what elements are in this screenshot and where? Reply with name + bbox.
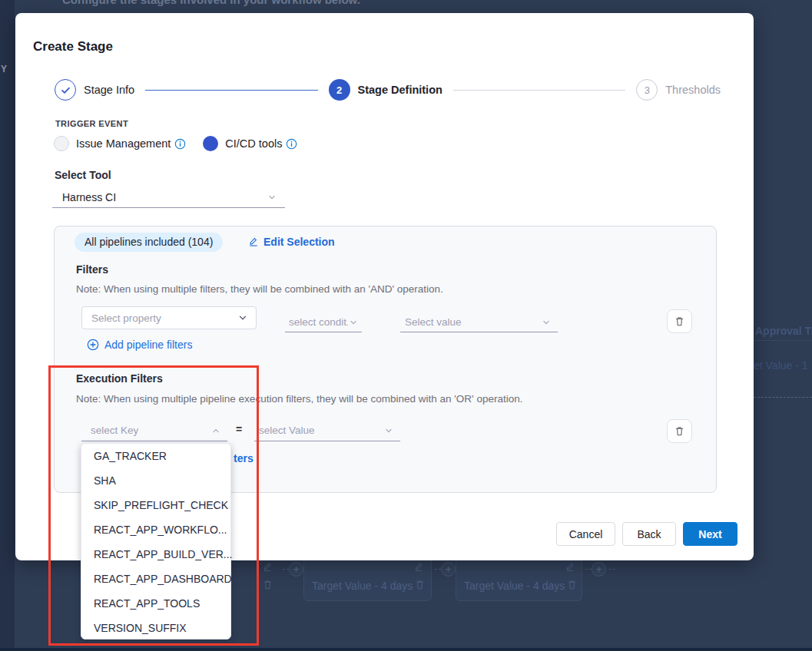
connector-dash: [585, 569, 592, 570]
trigger-event-label: TRIGGER EVENT: [55, 119, 128, 128]
connector-dash: [609, 569, 615, 570]
info-icon[interactable]: [286, 138, 297, 150]
radio-cicd-tools[interactable]: [203, 136, 218, 151]
radio-label: Issue Management: [76, 137, 171, 150]
check-icon: [60, 84, 71, 96]
cancel-button[interactable]: Cancel: [556, 522, 615, 546]
execution-filters-title: Execution Filters: [76, 372, 163, 385]
filter-value-select[interactable]: Select value: [400, 312, 558, 332]
edit-selection-link[interactable]: Edit Selection: [248, 236, 335, 248]
connector-dash: [435, 569, 441, 570]
step-label: Thresholds: [665, 84, 721, 96]
dropdown-option[interactable]: SHA: [81, 468, 230, 493]
edit-icon: [248, 236, 259, 247]
workflow-stage-card[interactable]: Target Value - 4 days: [303, 557, 432, 601]
chevron-down-icon: [348, 317, 359, 328]
select-tool-label: Select Tool: [55, 169, 111, 181]
filters-note: Note: When using multiple filters, they …: [76, 283, 443, 295]
step-circle: 2: [329, 79, 350, 101]
step-circle: 3: [636, 79, 658, 101]
execution-key-select[interactable]: select Key: [81, 420, 227, 441]
filters-title: Filters: [76, 263, 108, 276]
trash-icon[interactable]: [414, 579, 426, 590]
background-cell-fragment: et Value - 1: [754, 359, 808, 372]
delete-execution-filter-button[interactable]: [667, 419, 692, 443]
info-icon[interactable]: [174, 138, 186, 150]
execution-value-select[interactable]: select Value: [254, 420, 400, 441]
radio-issue-management[interactable]: [54, 136, 69, 151]
filter-property-select[interactable]: Select property: [81, 306, 257, 329]
value-placeholder: select Value: [259, 425, 315, 436]
pipelines-badge: All pipelines included (104): [75, 233, 223, 252]
background-footer-strip: [0, 648, 812, 651]
workflow-stage-card[interactable]: Target Value - 4 days: [456, 557, 582, 601]
edit-icon[interactable]: [262, 561, 273, 573]
chevron-down-icon: [237, 312, 248, 323]
edit-icon[interactable]: [413, 561, 425, 573]
modal-title: Create Stage: [33, 39, 113, 55]
add-pipeline-filters-label: Add pipeline filters: [104, 339, 192, 351]
plus-circle-icon: [87, 339, 99, 351]
chevron-down-icon: [383, 425, 394, 436]
step-connector: [145, 90, 317, 91]
dropdown-option[interactable]: REACT_APP_WORKFLO...: [81, 517, 230, 542]
step-connector: [453, 90, 625, 91]
stage-card-label: Target Value - 4 days: [312, 580, 413, 592]
tool-select-value: Harness CI: [62, 191, 116, 203]
add-stage-button[interactable]: +: [289, 562, 303, 577]
background-divider: [754, 340, 812, 341]
dropdown-option[interactable]: SKIP_PREFLIGHT_CHECK: [81, 493, 230, 517]
step-thresholds[interactable]: 3 Thresholds: [636, 79, 721, 101]
next-button[interactable]: Next: [683, 522, 737, 546]
step-label: Stage Definition: [358, 84, 442, 96]
background-column-header: Approval Ti: [755, 325, 812, 337]
edit-selection-label: Edit Selection: [263, 236, 335, 248]
step-stage-definition[interactable]: 2 Stage Definition: [329, 79, 442, 101]
dropdown-option[interactable]: REACT_APP_BUILD_VER...: [81, 542, 230, 567]
filter-condition-select[interactable]: select condit...: [285, 312, 362, 332]
back-button[interactable]: Back: [622, 522, 676, 546]
trash-icon: [674, 425, 685, 437]
chevron-up-icon: [210, 425, 221, 436]
value-placeholder: Select value: [405, 316, 462, 328]
dropdown-option[interactable]: REACT_APP_TOOLS: [81, 591, 230, 616]
stepper: Stage Info 2 Stage Definition 3 Threshol…: [55, 79, 721, 101]
tool-select[interactable]: Harness CI: [52, 187, 285, 208]
execution-filters-note: Note: When using multiple pipeline execu…: [76, 393, 522, 405]
step-circle: [55, 79, 76, 101]
delete-filter-button[interactable]: [667, 309, 692, 333]
chevron-down-icon: [541, 317, 552, 328]
step-label: Stage Info: [84, 84, 134, 96]
chevron-down-icon: [267, 192, 277, 203]
edit-icon[interactable]: [565, 561, 576, 573]
add-stage-button[interactable]: +: [441, 562, 456, 577]
sidebar-label-fragment: Y: [1, 64, 7, 74]
add-stage-button[interactable]: +: [592, 562, 606, 577]
sidebar-backdrop: [0, 0, 15, 651]
equals-sign: =: [236, 423, 242, 435]
dropdown-option[interactable]: GA_TRACKER: [81, 444, 230, 468]
connector-dash: [283, 569, 289, 570]
add-pipeline-filters-link[interactable]: Add pipeline filters: [87, 339, 192, 351]
dropdown-option[interactable]: VERSION_SUFFIX: [81, 616, 230, 640]
property-placeholder: Select property: [91, 312, 161, 324]
key-dropdown-menu: GA_TRACKER SHA SKIP_PREFLIGHT_CHECK REAC…: [81, 443, 231, 639]
add-execution-filters-link-fragment[interactable]: ters: [234, 452, 254, 464]
screen: Configure the stages involved in your wo…: [0, 0, 812, 651]
key-placeholder: select Key: [91, 425, 138, 436]
trash-icon[interactable]: [566, 579, 578, 590]
page-subtitle: Configure the stages involved in your wo…: [62, 0, 360, 6]
background-dashed-divider: [754, 397, 812, 398]
modal-footer: Cancel Back Next: [556, 522, 737, 546]
dropdown-option[interactable]: REACT_APP_DASHBOARD: [81, 567, 230, 591]
trash-icon: [674, 316, 685, 327]
radio-label: CI/CD tools: [225, 137, 282, 150]
stage-card-label: Target Value - 4 days: [464, 580, 565, 592]
trash-icon[interactable]: [262, 579, 273, 590]
condition-placeholder: select condit...: [289, 316, 348, 328]
step-stage-info[interactable]: Stage Info: [55, 79, 134, 101]
trigger-event-options: Issue Management CI/CD tools: [54, 136, 297, 151]
